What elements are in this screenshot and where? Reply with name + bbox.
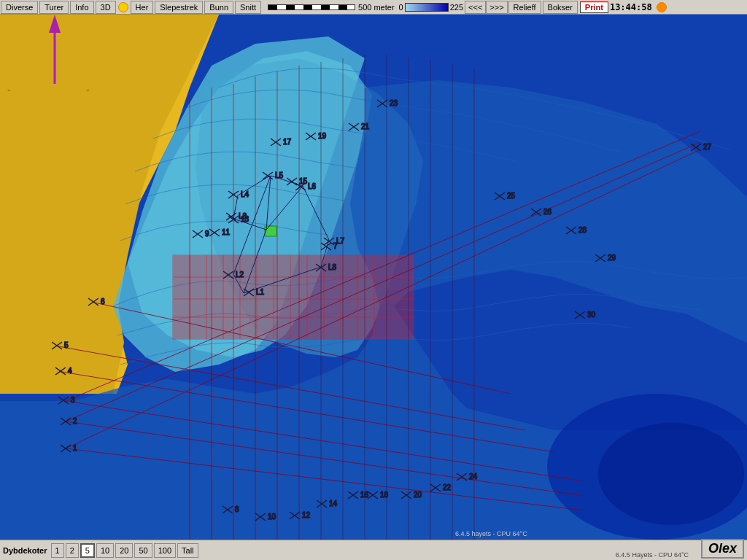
svg-text:21: 21 <box>361 122 370 131</box>
depth-gradient <box>405 3 449 12</box>
svg-text:18: 18 <box>380 491 389 499</box>
print-button[interactable]: Print <box>580 1 608 13</box>
svg-text:1: 1 <box>73 444 77 452</box>
svg-text:28: 28 <box>578 226 587 234</box>
svg-text:L3: L3 <box>239 212 247 220</box>
status-icon <box>657 2 667 12</box>
svg-text:11: 11 <box>222 228 231 236</box>
snitt-button[interactable]: Snitt <box>235 1 261 14</box>
map-svg: 1 2 3 4 5 6 7 <box>0 15 747 540</box>
dybdekoter-label: Dybdekoter <box>3 546 47 555</box>
svg-text:L2: L2 <box>236 271 244 279</box>
svg-text:-: - <box>86 84 90 96</box>
svg-text:L8: L8 <box>328 263 337 271</box>
svg-point-2 <box>598 423 744 525</box>
depth-btn-100[interactable]: 100 <box>154 543 176 558</box>
clock-display: 13:44:58 <box>610 2 652 12</box>
bottombar: Dybdekoter 1 2 5 10 20 50 100 Tall 6.4.5… <box>0 540 747 560</box>
depth-btn-tall[interactable]: Tall <box>177 543 198 558</box>
svg-text:4: 4 <box>68 367 72 375</box>
svg-text:23: 23 <box>390 99 398 107</box>
olex-logo: Olex <box>701 539 744 559</box>
bunn-button[interactable]: Bunn <box>204 1 233 14</box>
svg-text:6: 6 <box>101 298 105 306</box>
gps-indicator <box>118 2 128 12</box>
svg-text:12: 12 <box>302 511 311 519</box>
svg-text:15: 15 <box>299 177 308 185</box>
svg-text:29: 29 <box>608 254 616 262</box>
svg-text:3: 3 <box>71 396 75 404</box>
version-text: 6.4.5 Hayets - CPU 64°C <box>616 551 689 559</box>
svg-text:L4: L4 <box>241 190 249 198</box>
nav-fwd-button[interactable]: >>> <box>486 1 507 14</box>
diverse-button[interactable]: Diverse <box>1 1 38 14</box>
svg-text:22: 22 <box>443 483 452 491</box>
svg-text:L7: L7 <box>336 237 345 245</box>
svg-text:2: 2 <box>73 417 77 425</box>
scale-bar-container: 500 meter <box>265 3 395 12</box>
svg-text:17: 17 <box>283 138 292 146</box>
svg-text:19: 19 <box>318 132 327 140</box>
svg-text:30: 30 <box>587 311 596 319</box>
svg-text:L1: L1 <box>256 288 265 296</box>
info-button[interactable]: Info <box>70 1 93 14</box>
depth-btn-10[interactable]: 10 <box>96 543 114 558</box>
depth-min: 0 <box>399 3 403 12</box>
svg-text:24: 24 <box>469 472 478 481</box>
scale-bar <box>268 4 355 10</box>
depth-btn-20[interactable]: 20 <box>115 543 133 558</box>
toolbar: Diverse Turer Info 3D Her Slepestrek Bun… <box>0 0 747 15</box>
svg-text:9: 9 <box>205 230 209 238</box>
svg-text:14: 14 <box>329 499 338 508</box>
depth-btn-5[interactable]: 5 <box>80 543 95 558</box>
depth-btn-50[interactable]: 50 <box>134 543 152 558</box>
depth-btn-1[interactable]: 1 <box>51 543 64 558</box>
relieff-button[interactable]: Relieff <box>508 1 541 14</box>
scale-label: 500 meter <box>358 3 395 12</box>
depth-btn-2[interactable]: 2 <box>66 543 79 558</box>
svg-text:L6: L6 <box>308 182 317 190</box>
svg-text:8: 8 <box>235 505 239 513</box>
svg-text:-: - <box>7 84 11 96</box>
depth-bar-container: 0 225 <box>399 3 463 12</box>
map-area[interactable]: 1 2 3 4 5 6 7 <box>0 15 747 540</box>
svg-text:10: 10 <box>268 513 276 521</box>
svg-text:27: 27 <box>703 143 712 151</box>
svg-text:25: 25 <box>507 192 516 200</box>
svg-rect-3 <box>173 255 414 339</box>
svg-text:6.4.5 hayets - CPU 64°C: 6.4.5 hayets - CPU 64°C <box>455 530 527 537</box>
slepestrek-button[interactable]: Slepestrek <box>155 1 203 14</box>
svg-text:26: 26 <box>543 208 552 216</box>
turer-button[interactable]: Turer <box>39 1 69 14</box>
svg-text:20: 20 <box>414 491 422 499</box>
depth-max: 225 <box>450 3 463 12</box>
nav-back-button[interactable]: <<< <box>465 1 486 14</box>
bokser-button[interactable]: Bokser <box>543 1 578 14</box>
3d-button[interactable]: 3D <box>96 1 116 14</box>
her-button[interactable]: Her <box>131 1 154 14</box>
svg-text:5: 5 <box>64 341 69 349</box>
